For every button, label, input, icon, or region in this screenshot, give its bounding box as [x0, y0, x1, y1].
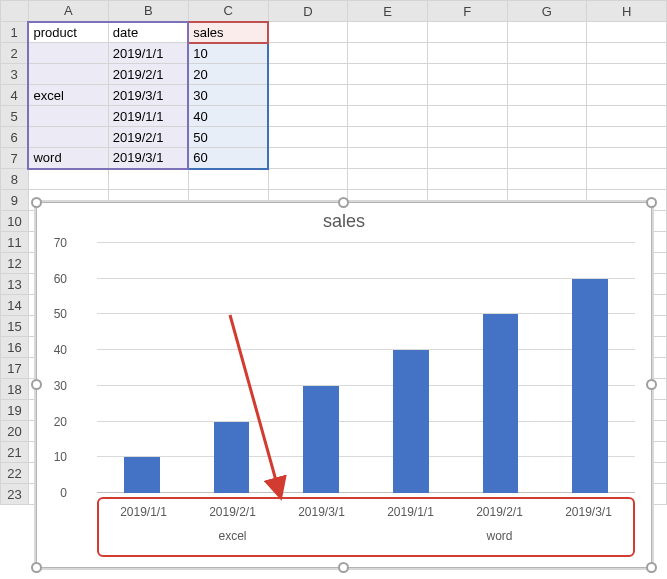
row-header-3[interactable]: 3 — [1, 64, 29, 85]
select-all-corner[interactable] — [1, 1, 29, 22]
cell-D5[interactable] — [268, 106, 348, 127]
cell[interactable] — [268, 169, 348, 190]
cell-A5[interactable] — [28, 106, 108, 127]
cell-C3[interactable]: 20 — [188, 64, 268, 85]
chart-bar[interactable] — [124, 457, 160, 493]
resize-handle-icon[interactable] — [31, 379, 42, 390]
cell-E3[interactable] — [348, 64, 428, 85]
cell-B4[interactable]: 2019/3/1 — [108, 85, 188, 106]
cell-F7[interactable] — [427, 148, 507, 169]
cell-E7[interactable] — [348, 148, 428, 169]
cell-B1[interactable]: date — [108, 22, 188, 43]
cell-E6[interactable] — [348, 127, 428, 148]
cell-A7[interactable]: word — [28, 148, 108, 169]
row-header-13[interactable]: 13 — [1, 274, 29, 295]
col-header-A[interactable]: A — [28, 1, 108, 22]
resize-handle-icon[interactable] — [31, 197, 42, 208]
col-header-B[interactable]: B — [108, 1, 188, 22]
cell-A6[interactable] — [28, 127, 108, 148]
resize-handle-icon[interactable] — [646, 562, 657, 573]
cell-H5[interactable] — [587, 106, 667, 127]
chart-bar[interactable] — [214, 422, 250, 493]
row-header-14[interactable]: 14 — [1, 295, 29, 316]
cell[interactable] — [507, 169, 587, 190]
cell-G4[interactable] — [507, 85, 587, 106]
cell-D1[interactable] — [268, 22, 348, 43]
row-header-16[interactable]: 16 — [1, 337, 29, 358]
cell-A4[interactable]: excel — [28, 85, 108, 106]
row-header-20[interactable]: 20 — [1, 421, 29, 442]
cell-G2[interactable] — [507, 43, 587, 64]
col-header-H[interactable]: H — [587, 1, 667, 22]
chart-bar[interactable] — [572, 279, 608, 493]
cell-F4[interactable] — [427, 85, 507, 106]
cell-C7[interactable]: 60 — [188, 148, 268, 169]
cell-D3[interactable] — [268, 64, 348, 85]
cell-F2[interactable] — [427, 43, 507, 64]
row-header-4[interactable]: 4 — [1, 85, 29, 106]
cell-H1[interactable] — [587, 22, 667, 43]
row-header-22[interactable]: 22 — [1, 463, 29, 484]
cell[interactable] — [427, 169, 507, 190]
cell-A1[interactable]: product — [28, 22, 108, 43]
cell-B6[interactable]: 2019/2/1 — [108, 127, 188, 148]
chart-bar[interactable] — [483, 314, 519, 493]
cell-B7[interactable]: 2019/3/1 — [108, 148, 188, 169]
cell-B2[interactable]: 2019/1/1 — [108, 43, 188, 64]
cell-C6[interactable]: 50 — [188, 127, 268, 148]
row-header-6[interactable]: 6 — [1, 127, 29, 148]
row-header-18[interactable]: 18 — [1, 379, 29, 400]
cell-B3[interactable]: 2019/2/1 — [108, 64, 188, 85]
col-header-G[interactable]: G — [507, 1, 587, 22]
cell-H6[interactable] — [587, 127, 667, 148]
cell-H2[interactable] — [587, 43, 667, 64]
chart-plot-area[interactable]: 010203040506070 — [73, 243, 635, 493]
cell-D7[interactable] — [268, 148, 348, 169]
cell-A2[interactable] — [28, 43, 108, 64]
cell[interactable] — [28, 169, 108, 190]
row-header-15[interactable]: 15 — [1, 316, 29, 337]
resize-handle-icon[interactable] — [338, 197, 349, 208]
cell-F5[interactable] — [427, 106, 507, 127]
chart-category-axis[interactable]: 2019/1/12019/2/12019/3/12019/1/12019/2/1… — [97, 497, 635, 557]
cell-H4[interactable] — [587, 85, 667, 106]
row-header-19[interactable]: 19 — [1, 400, 29, 421]
col-header-F[interactable]: F — [427, 1, 507, 22]
cell-G6[interactable] — [507, 127, 587, 148]
row-header-9[interactable]: 9 — [1, 190, 29, 211]
row-header-2[interactable]: 2 — [1, 43, 29, 64]
row-header-7[interactable]: 7 — [1, 148, 29, 169]
resize-handle-icon[interactable] — [338, 562, 349, 573]
cell-E4[interactable] — [348, 85, 428, 106]
cell-E2[interactable] — [348, 43, 428, 64]
col-header-E[interactable]: E — [348, 1, 428, 22]
cell-F6[interactable] — [427, 127, 507, 148]
cell-F1[interactable] — [427, 22, 507, 43]
cell-G7[interactable] — [507, 148, 587, 169]
cell-G1[interactable] — [507, 22, 587, 43]
row-header-8[interactable]: 8 — [1, 169, 29, 190]
row-header-23[interactable]: 23 — [1, 484, 29, 505]
row-header-10[interactable]: 10 — [1, 211, 29, 232]
cell-C5[interactable]: 40 — [188, 106, 268, 127]
row-header-11[interactable]: 11 — [1, 232, 29, 253]
chart-bar[interactable] — [303, 386, 339, 493]
cell-C4[interactable]: 30 — [188, 85, 268, 106]
cell-A3[interactable] — [28, 64, 108, 85]
cell-C1[interactable]: sales — [188, 22, 268, 43]
resize-handle-icon[interactable] — [31, 562, 42, 573]
cell[interactable] — [587, 169, 667, 190]
cell-C2[interactable]: 10 — [188, 43, 268, 64]
cell-E1[interactable] — [348, 22, 428, 43]
cell-H7[interactable] — [587, 148, 667, 169]
row-header-21[interactable]: 21 — [1, 442, 29, 463]
cell[interactable] — [108, 169, 188, 190]
resize-handle-icon[interactable] — [646, 197, 657, 208]
cell-H3[interactable] — [587, 64, 667, 85]
cell-D6[interactable] — [268, 127, 348, 148]
resize-handle-icon[interactable] — [646, 379, 657, 390]
row-header-12[interactable]: 12 — [1, 253, 29, 274]
cell-G5[interactable] — [507, 106, 587, 127]
chart-object[interactable]: sales 010203040506070 2019/1/12019/2/120… — [36, 202, 652, 568]
row-header-1[interactable]: 1 — [1, 22, 29, 43]
